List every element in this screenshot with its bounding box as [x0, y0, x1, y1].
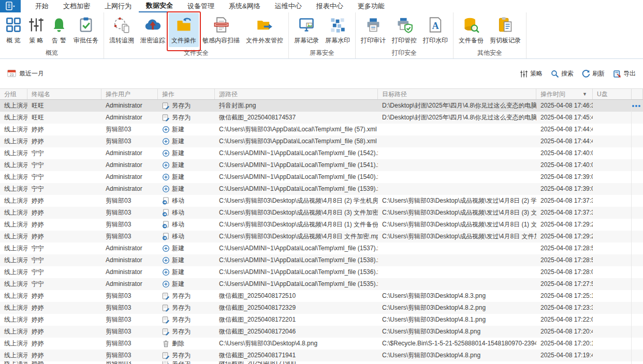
ribbon-button-4-0[interactable]: 文件备份	[456, 13, 486, 47]
ribbon-button-3-0[interactable]: 打印审计	[358, 13, 388, 47]
cell-op: 新建	[158, 159, 215, 171]
ribbon-button-3-2[interactable]: A打印水印	[420, 13, 450, 47]
cell-text: 新建	[172, 159, 184, 171]
cell-text: 线上演示	[4, 290, 27, 302]
menu-tab-6[interactable]: 运维中心	[268, 0, 309, 12]
table-row[interactable]: 线上演示宁宁Administrator新建C:\Users\ADMINI~1\A…	[0, 266, 643, 278]
menu-tab-7[interactable]: 报表中心	[309, 0, 350, 12]
cell-group: 线上演示	[0, 124, 27, 135]
cell-op: 另存为	[158, 112, 215, 124]
cell-filler	[632, 171, 643, 183]
column-header-group[interactable]: 分组	[0, 89, 27, 99]
cell-op: 移动	[158, 195, 215, 207]
ribbon-button-1-4[interactable]: 文件外发管控	[243, 13, 286, 47]
ribbon-button-2-1[interactable]: 屏幕水印	[323, 13, 353, 47]
cell-user: 剪辑部03	[101, 124, 158, 135]
cell-text: 婷婷	[32, 195, 44, 207]
cell-usb	[593, 219, 632, 231]
menu-tab-2[interactable]: 上网行为	[97, 0, 139, 12]
table-row[interactable]: 线上演示婷婷剪辑部03另存为微信截图_20250408171941C:\User…	[0, 350, 643, 361]
ribbon-button-3-1[interactable]: 打印管控	[389, 13, 419, 47]
ribbon-button-1-2[interactable]: 文件操作	[169, 13, 199, 47]
cell-text: 线上演示	[4, 219, 27, 231]
table-row[interactable]: 线上演示旺旺Administrator另存为微信截图_2025040817453…	[0, 112, 643, 124]
ribbon-group-label: 文件安全	[106, 47, 286, 60]
table-row[interactable]: 线上演示婷婷剪辑部03删除C:\Users\剪辑部03\Desktop\4.8.…	[0, 338, 643, 350]
table-row[interactable]: 线上演示婷婷剪辑部03另存为微信截图_20250408172329C:\User…	[0, 302, 643, 314]
cell-op: 另存为	[158, 326, 215, 338]
table-row[interactable]: 线上演示宁宁Administrator新建C:\Users\ADMINI~1\A…	[0, 159, 643, 171]
table-row[interactable]: 线上演示婷婷剪辑部03另存为微信截图_20250408172510C:\User…	[0, 290, 643, 302]
column-header-user[interactable]: 操作用户	[101, 89, 158, 99]
menu-tab-0[interactable]: 开始	[28, 0, 56, 12]
table-row[interactable]: 线上演示婷婷剪辑部03另存为微信截图_20250408171900	[0, 361, 643, 364]
table-row[interactable]: 线上演示婷婷剪辑部03移动C:\Users\剪辑部03\Desktop\成品视频…	[0, 219, 643, 231]
table-row[interactable]: 线上演示婷婷剪辑部03另存为微信截图_20250408172201C:\User…	[0, 314, 643, 326]
menu-tab-1[interactable]: 文档加密	[56, 0, 97, 12]
table-row[interactable]: 线上演示宁宁Administrator新建C:\Users\ADMINI~1\A…	[0, 254, 643, 266]
ribbon-button-4-1[interactable]: 剪切板记录	[487, 13, 523, 47]
table-row[interactable]: 线上演示婷婷剪辑部03移动C:\Users\剪辑部03\Desktop\成品视频…	[0, 231, 643, 242]
ribbon-button-1-3[interactable]: 敏感内容扫描	[200, 13, 242, 47]
ribbon-button-0-2[interactable]: 告 警	[48, 13, 70, 47]
cell-text: 2025-04-08 17:19:45	[540, 350, 593, 361]
cell-text: 2025-04-08 17:23:32	[540, 302, 593, 314]
menu-tab-8[interactable]: 更多功能	[350, 0, 392, 12]
cell-terminal: 宁宁	[27, 254, 101, 266]
db-search-icon	[463, 16, 479, 34]
cell-text: 2025-04-08 17:20:49	[540, 326, 593, 338]
cloud-up-icon	[144, 16, 161, 34]
ribbon-group-label: 其他安全	[456, 47, 524, 60]
cell-filler	[632, 302, 643, 314]
table-row[interactable]: 线上演示宁宁Administrator新建C:\Users\ADMINI~1\A…	[0, 278, 643, 290]
column-header-target[interactable]: 目标路径	[378, 89, 536, 99]
save-as-icon	[162, 304, 170, 312]
ribbon-button-1-0[interactable]: 流转追溯	[107, 13, 137, 47]
save-as-icon	[162, 292, 170, 300]
table-row[interactable]: 线上演示婷婷剪辑部03新建C:\Users\剪辑部03\AppData\Loca…	[0, 135, 643, 147]
cell-text: 剪辑部03	[106, 290, 131, 302]
cell-text: C:\Users\剪辑部03\Desktop\成品视频\发过\4月8日 (1) …	[382, 219, 536, 231]
table-row[interactable]: 线上演示宁宁Administrator新建C:\Users\ADMINI~1\A…	[0, 171, 643, 183]
cell-op: 新建	[158, 135, 215, 147]
table-row[interactable]: 线上演示婷婷剪辑部03新建C:\Users\剪辑部03\AppData\Loca…	[0, 124, 643, 135]
table-row[interactable]: 线上演示旺旺Administrator另存为抖音封面.pngD:\Desktop…	[0, 100, 643, 112]
action-export-button[interactable]: 导出	[613, 69, 636, 78]
cell-text: 婷婷	[32, 290, 44, 302]
table-row[interactable]: 线上演示宁宁Administrator新建C:\Users\ADMINI~1\A…	[0, 183, 643, 195]
ribbon-button-0-0[interactable]: 概 览	[3, 13, 24, 47]
menu-tab-5[interactable]: 系统&网络	[222, 0, 268, 12]
ribbon-button-0-1[interactable]: 策 略	[25, 13, 47, 47]
column-header-source[interactable]: 源路径	[215, 89, 378, 99]
sort-caret-icon[interactable]: ▼	[582, 89, 587, 99]
cell-group: 线上演示	[0, 183, 27, 195]
trash-icon	[162, 340, 170, 347]
column-header-op[interactable]: 操作	[158, 89, 215, 99]
table-row[interactable]: 线上演示宁宁Administrator新建C:\Users\ADMINI~1\A…	[0, 242, 643, 254]
ribbon-button-2-0[interactable]: 屏幕记录	[291, 13, 322, 47]
table-row[interactable]: 线上演示婷婷剪辑部03移动C:\Users\剪辑部03\Desktop\成品视频…	[0, 207, 643, 219]
column-header-terminal[interactable]: 终端名	[27, 89, 101, 99]
cell-text: 宁宁	[32, 242, 44, 254]
row-menu-ellipsis-icon[interactable]	[632, 100, 640, 112]
table-row[interactable]: 线上演示婷婷剪辑部03另存为微信截图_20250408172046C:\User…	[0, 326, 643, 338]
menu-tab-4[interactable]: 设备管理	[180, 0, 222, 12]
app-menu-button[interactable]	[0, 0, 21, 12]
cell-usb	[593, 326, 632, 338]
table-row[interactable]: 线上演示宁宁Administrator新建C:\Users\ADMINI~1\A…	[0, 147, 643, 159]
menu-tab-3[interactable]: 数据安全	[139, 0, 180, 12]
action-search-button[interactable]: 搜索	[551, 69, 574, 78]
action-policy-button[interactable]: 策略	[520, 69, 543, 78]
table-row[interactable]: 线上演示婷婷剪辑部03移动C:\Users\剪辑部03\Desktop\成品视频…	[0, 195, 643, 207]
ribbon-button-1-1[interactable]: 泄密追踪	[138, 13, 168, 47]
column-header-usb[interactable]: U盘	[593, 89, 632, 99]
column-header-time[interactable]: 操作时间▼	[536, 89, 593, 99]
ribbon-button-0-3[interactable]: 审批任务	[71, 13, 101, 47]
cell-filler	[632, 183, 643, 195]
cell-target	[378, 124, 536, 135]
action-refresh-button[interactable]: 刷新	[582, 69, 605, 78]
ribbon-button-label: 策 略	[29, 36, 43, 45]
cell-group: 线上演示	[0, 231, 27, 242]
date-range-filter[interactable]: 23 最近一月	[7, 69, 44, 79]
cell-text: 婷婷	[32, 124, 44, 135]
